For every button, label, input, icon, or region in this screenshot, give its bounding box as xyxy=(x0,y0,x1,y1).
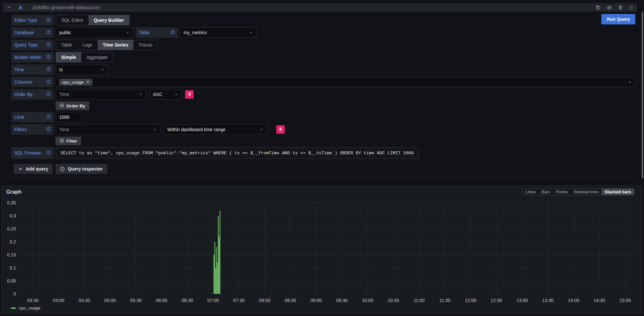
table-label-cell: Table xyxy=(136,27,178,38)
table-select[interactable]: my_metrics xyxy=(180,27,256,38)
order-by-direction-value: ASC xyxy=(153,92,162,97)
add-query-button[interactable]: Add query xyxy=(14,164,52,174)
chart-legend: cpu_usage xyxy=(11,306,40,310)
query-type-table[interactable]: Table xyxy=(56,40,77,50)
svg-text:0.2: 0.2 xyxy=(10,239,16,244)
editor-type-row: Editor Type SQL Editor Query Builder xyxy=(11,15,637,25)
add-filter-row: Filter xyxy=(56,137,637,145)
info-icon[interactable] xyxy=(46,30,51,35)
eye-icon[interactable] xyxy=(607,5,612,10)
info-icon[interactable] xyxy=(46,79,51,85)
remove-chip-icon[interactable]: ✕ xyxy=(86,80,89,84)
svg-text:12:00: 12:00 xyxy=(465,298,476,303)
columns-multiselect[interactable]: cpu_usage ✕ xyxy=(56,77,636,87)
info-icon[interactable] xyxy=(46,42,51,48)
svg-text:05:30: 05:30 xyxy=(130,298,142,303)
drag-handle-icon[interactable] xyxy=(629,5,633,10)
remove-order-by-button[interactable] xyxy=(185,90,194,99)
chevron-down-icon xyxy=(153,128,157,131)
svg-text:09:30: 09:30 xyxy=(336,298,348,303)
query-type-time-series[interactable]: Time Series xyxy=(98,40,133,50)
info-icon[interactable] xyxy=(46,18,51,23)
time-series-chart: 00.050.10.150.20.250.30.3503:3004:0004:3… xyxy=(2,186,642,313)
query-editor-section: A (info8fcc-greptimedb-datasource) Run Q… xyxy=(3,3,637,177)
svg-text:13:00: 13:00 xyxy=(516,298,528,303)
order-by-column-select[interactable]: Time xyxy=(56,89,146,100)
filter-column-value: Time xyxy=(59,127,69,132)
add-order-by-row: Order By xyxy=(56,102,637,110)
query-type-traces[interactable]: Traces xyxy=(133,40,158,50)
time-label: Time xyxy=(14,67,24,72)
database-label-cell: Database xyxy=(11,27,54,38)
series-legend-label[interactable]: cpu_usage xyxy=(19,306,40,310)
table-value: my_metrics xyxy=(184,30,207,35)
plus-icon xyxy=(18,167,23,171)
svg-text:0.35: 0.35 xyxy=(7,200,16,205)
limit-label-cell: Limit xyxy=(11,112,54,122)
info-icon[interactable] xyxy=(46,67,51,73)
query-type-row: Query Type Table Logs Time Series Traces xyxy=(11,40,637,50)
order-by-row: Order By Time ASC xyxy=(11,89,637,100)
filter-column-select[interactable]: Time xyxy=(56,124,160,135)
info-icon[interactable] xyxy=(46,55,51,60)
svg-text:12:30: 12:30 xyxy=(491,298,502,303)
svg-text:11:30: 11:30 xyxy=(439,298,450,303)
add-order-by-button[interactable]: Order By xyxy=(56,102,89,110)
columns-row: Columns cpu_usage ✕ xyxy=(11,77,637,87)
svg-text:03:30: 03:30 xyxy=(27,298,38,303)
filter-condition-select[interactable]: Within dashboard time range xyxy=(164,124,267,135)
editor-type-group: SQL Editor Query Builder xyxy=(56,15,130,25)
remove-filter-button[interactable] xyxy=(276,125,285,134)
svg-text:07:30: 07:30 xyxy=(233,298,245,303)
limit-input[interactable]: 1000 xyxy=(56,112,82,122)
add-filter-button[interactable]: Filter xyxy=(56,137,81,145)
info-icon[interactable] xyxy=(171,30,175,35)
svg-text:05:00: 05:00 xyxy=(104,298,116,303)
builder-mode-simple[interactable]: Simple xyxy=(56,52,81,62)
trash-icon[interactable] xyxy=(618,5,623,10)
plus-circle-icon xyxy=(60,103,64,109)
time-label-cell: Time xyxy=(11,64,54,75)
builder-mode-label: Builder Mode xyxy=(14,55,41,60)
collapse-query-button[interactable] xyxy=(7,5,11,10)
svg-text:06:30: 06:30 xyxy=(182,298,193,303)
database-row: Database public Table my_metrics xyxy=(11,27,637,38)
series-color-marker xyxy=(11,308,16,309)
scrollbar[interactable] xyxy=(642,12,643,178)
builder-mode-row: Builder Mode Simple Aggregate xyxy=(11,52,637,62)
time-value: ts xyxy=(59,67,63,72)
svg-text:04:30: 04:30 xyxy=(79,298,90,303)
svg-text:0.1: 0.1 xyxy=(10,265,16,270)
editor-type-label-cell: Editor Type xyxy=(11,15,54,25)
trash-icon xyxy=(187,92,192,97)
editor-type-query-builder[interactable]: Query Builder xyxy=(89,15,129,25)
query-inspector-button[interactable]: Query inspector xyxy=(56,164,107,174)
database-select[interactable]: public xyxy=(56,27,133,38)
order-by-direction-select[interactable]: ASC xyxy=(149,89,182,100)
query-type-logs[interactable]: Logs xyxy=(77,40,97,50)
duplicate-query-icon[interactable] xyxy=(596,5,601,10)
table-label: Table xyxy=(139,30,149,35)
chevron-down-icon xyxy=(126,31,130,34)
datasource-name: (info8fcc-greptimedb-datasource) xyxy=(33,5,100,10)
info-icon[interactable] xyxy=(46,150,51,156)
columns-label-cell: Columns xyxy=(11,77,54,87)
builder-mode-aggregate[interactable]: Aggregate xyxy=(81,52,113,62)
filter-condition-value: Within dashboard time range xyxy=(167,127,226,132)
time-row: Time ts xyxy=(11,64,637,75)
chevron-down-icon xyxy=(260,128,264,131)
chevron-down-icon xyxy=(628,80,632,84)
info-icon[interactable] xyxy=(46,92,51,97)
order-by-label-cell: Order By xyxy=(11,89,54,100)
columns-label: Columns xyxy=(14,79,32,85)
chevron-down-icon xyxy=(7,5,11,10)
editor-type-sql-editor[interactable]: SQL Editor xyxy=(56,15,89,25)
info-icon[interactable] xyxy=(46,115,51,120)
info-icon[interactable] xyxy=(46,127,51,132)
query-row-header[interactable]: A (info8fcc-greptimedb-datasource) xyxy=(3,3,637,12)
database-label: Database xyxy=(14,30,34,35)
time-select[interactable]: ts xyxy=(56,64,108,75)
svg-text:08:00: 08:00 xyxy=(259,298,270,303)
svg-text:13:30: 13:30 xyxy=(542,298,554,303)
svg-text:09:00: 09:00 xyxy=(310,298,322,303)
